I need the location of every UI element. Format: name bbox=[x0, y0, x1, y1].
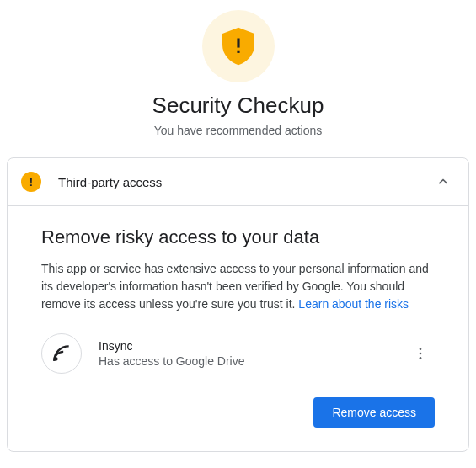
alert-icon: ! bbox=[21, 172, 41, 192]
app-info: Insync Has access to Google Drive bbox=[99, 339, 389, 368]
svg-point-2 bbox=[54, 357, 57, 360]
svg-rect-0 bbox=[237, 39, 239, 48]
page-title: Security Checkup bbox=[0, 93, 476, 119]
page-subtitle: You have recommended actions bbox=[0, 124, 476, 137]
card-actions: Remove access bbox=[41, 397, 435, 428]
app-access: Has access to Google Drive bbox=[99, 354, 389, 368]
card-header[interactable]: ! Third-party access bbox=[8, 158, 468, 206]
svg-rect-1 bbox=[237, 51, 239, 53]
page-header: Security Checkup You have recommended ac… bbox=[0, 0, 476, 157]
svg-point-3 bbox=[420, 348, 422, 350]
third-party-card: ! Third-party access Remove risky access… bbox=[7, 157, 469, 452]
svg-point-5 bbox=[420, 357, 422, 359]
app-name: Insync bbox=[99, 339, 389, 353]
svg-point-4 bbox=[420, 353, 422, 355]
card-header-title: Third-party access bbox=[58, 175, 435, 189]
section-description: This app or service has extensive access… bbox=[41, 260, 435, 313]
app-icon bbox=[41, 333, 82, 374]
rss-wifi-icon bbox=[51, 343, 72, 364]
card-body: Remove risky access to your data This ap… bbox=[8, 206, 468, 451]
more-vert-icon bbox=[413, 346, 428, 361]
learn-link[interactable]: Learn about the risks bbox=[298, 297, 409, 311]
shield-icon-circle bbox=[202, 10, 275, 82]
shield-alert-icon bbox=[222, 27, 254, 66]
app-row: Insync Has access to Google Drive bbox=[41, 333, 435, 374]
chevron-up-icon bbox=[435, 173, 452, 190]
more-button[interactable] bbox=[406, 339, 435, 368]
section-title: Remove risky access to your data bbox=[41, 226, 435, 248]
remove-access-button[interactable]: Remove access bbox=[313, 397, 435, 428]
